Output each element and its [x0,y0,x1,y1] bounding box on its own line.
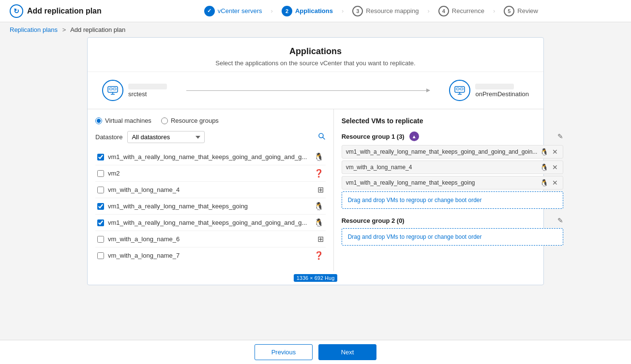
next-button[interactable]: Next [318,344,376,360]
breadcrumb: Replication plans > Add replication plan [0,22,631,37]
resource-group-1-title: Resource group 1 (3) [342,133,405,140]
drop-zone-rg1[interactable]: Drag and drop VMs to regroup or change b… [342,191,564,209]
linux-icon-5: 🐧 [314,218,324,227]
vm-checkbox-7[interactable] [97,252,104,259]
step-label-review: Review [517,7,538,15]
svg-rect-1 [109,88,112,90]
source-vcenter-info: srctest [128,84,167,98]
svg-rect-2 [113,88,116,90]
unknown-icon-2: ❓ [314,169,324,178]
wizard-steps: vCenter servers › 2 Applications › 3 Res… [121,6,621,16]
radio-rg-label: Resource groups [171,117,219,124]
right-panel: Selected VMs to replicate Resource group… [334,109,571,271]
vm-checkbox-2[interactable] [97,170,104,177]
datastore-select[interactable]: All datastores Datastore 1 Datastore 2 [127,131,205,143]
search-button[interactable] [318,132,326,142]
radio-group: Virtual machines Resource groups [95,117,326,124]
vm-tag-name-rg1-1: vm1_with_a_really_long_name_that_keeps_g… [346,148,538,155]
linux-tag-icon-rg1-1: 🐧 [540,148,548,156]
dest-vcenter-name: onPremDestination [475,90,529,98]
edit-resource-group-1-button[interactable]: ✎ [557,132,563,140]
vm-name-2: vm2 [108,170,310,177]
wizard-step-recurrence[interactable]: 4 Recurrence [431,6,492,16]
vm-checkbox-4[interactable] [97,203,104,210]
vm-checkbox-6[interactable] [97,236,104,243]
step-divider-4: › [493,7,495,15]
vm-row: vm_with_a_long_name_4 ⊞ [95,182,326,198]
wizard-card: Applications Select the applications on … [87,37,544,285]
vm-checkbox-5[interactable] [97,219,104,226]
step-circle-resource-mapping: 3 [352,6,363,16]
card-title: Applications [97,46,534,57]
wizard-step-vcenter[interactable]: vCenter servers [196,6,270,16]
datastore-label: Datastore [95,133,122,141]
selected-vms-title: Selected VMs to replicate [342,117,564,125]
svg-line-11 [323,137,325,139]
left-panel: Virtual machines Resource groups Datasto… [88,109,334,271]
wizard-step-applications[interactable]: 2 Applications [274,6,341,16]
previous-button[interactable]: Previous [255,344,313,360]
radio-virtual-machines[interactable]: Virtual machines [95,117,151,124]
footer: Previous Next [0,340,631,364]
step-divider-1: › [271,7,273,15]
svg-rect-6 [456,88,459,90]
main-content: Applications Select the applications on … [0,37,631,285]
wizard-step-review[interactable]: 5 Review [496,6,546,16]
wizard-step-resource-mapping[interactable]: 3 Resource mapping [345,6,426,16]
dest-vcenter-ip [475,84,514,89]
vm-name-5: vm1_with_a_really_long_name_that_keeps_g… [108,219,310,226]
radio-vm-label: Virtual machines [105,117,151,124]
linux-tag-icon-rg1-2: 🐧 [540,163,548,171]
radio-resource-groups[interactable]: Resource groups [161,117,219,124]
vm-name-1: vm1_with_a_really_long_name_that_keeps_g… [108,153,310,160]
card-title-section: Applications Select the applications on … [88,38,543,72]
resource-group-1-header-wrap: Resource group 1 (3) ▲ [342,131,419,141]
step-label-resource-mapping: Resource mapping [366,7,419,15]
vm-tag-rg1-3: vm1_with_a_really_long_name_that_keeps_g… [342,176,564,189]
breadcrumb-link[interactable]: Replication plans [10,26,58,33]
windows-icon-3: ⊞ [317,185,324,194]
drop-zone-rg1-text: Drag and drop VMs to regroup or change b… [348,197,482,204]
drop-zone-rg2[interactable]: Drag and drop VMs to regroup or change b… [342,228,564,246]
card-body: Virtual machines Resource groups Datasto… [88,109,543,271]
dest-vcenter: onPremDestination [449,80,529,101]
dim-badge-container: 1336 × 692 Hug [88,271,543,285]
source-vcenter-icon [102,80,123,101]
vm-tag-rg1-2: vm_with_a_long_name_4 🐧 ✕ [342,160,564,174]
vm-checkbox-3[interactable] [97,187,104,193]
dest-vcenter-icon [449,80,470,101]
step-circle-vcenter [204,6,215,16]
resource-group-1: Resource group 1 (3) ▲ ✎ vm1_with_a_real… [342,131,564,209]
vm-name-4: vm1_with_a_really_long_name_that_keeps_g… [108,203,310,210]
windows-icon-6: ⊞ [317,234,324,244]
source-vcenter: srctest [102,80,167,101]
remove-vm-rg1-3-button[interactable]: ✕ [551,179,559,186]
breadcrumb-separator: > [62,26,66,33]
radio-rg-input[interactable] [161,117,168,124]
remove-vm-rg1-2-button[interactable]: ✕ [551,164,559,171]
vm-tag-name-rg1-3: vm1_with_a_really_long_name_that_keeps_g… [346,179,538,186]
radio-vm-input[interactable] [95,117,102,124]
arrow-line-inner [186,90,430,91]
linux-icon-1: 🐧 [314,152,324,161]
step-circle-review: 5 [504,6,514,16]
card-subtitle: Select the applications on the source vC… [97,59,534,67]
linux-tag-icon-rg1-3: 🐧 [540,179,548,187]
resource-group-2-title: Resource group 2 (0) [342,217,405,224]
vm-checkbox-1[interactable] [97,154,104,160]
source-vcenter-name: srctest [128,90,167,98]
vm-tag-name-rg1-2: vm_with_a_long_name_4 [346,164,538,171]
vm-name-3: vm_with_a_long_name_4 [108,186,314,193]
vcenter-bar: srctest onPremDesti [88,72,543,109]
app-title-icon: ↻ [10,4,23,18]
svg-rect-7 [460,88,463,90]
edit-resource-group-2-button[interactable]: ✎ [557,217,563,224]
remove-vm-rg1-1-button[interactable]: ✕ [551,148,559,155]
vm-list: vm1_with_a_really_long_name_that_keeps_g… [95,149,326,263]
drop-zone-rg2-text: Drag and drop VMs to regroup or change b… [348,233,482,240]
vm-name-6: vm_with_a_long_name_6 [108,235,314,243]
step-label-recurrence: Recurrence [452,7,484,15]
resource-group-2: Resource group 2 (0) ✎ Drag and drop VMs… [342,217,564,246]
app-title-text: Add replication plan [27,7,102,15]
resource-group-1-header: Resource group 1 (3) ▲ ✎ [342,131,564,141]
